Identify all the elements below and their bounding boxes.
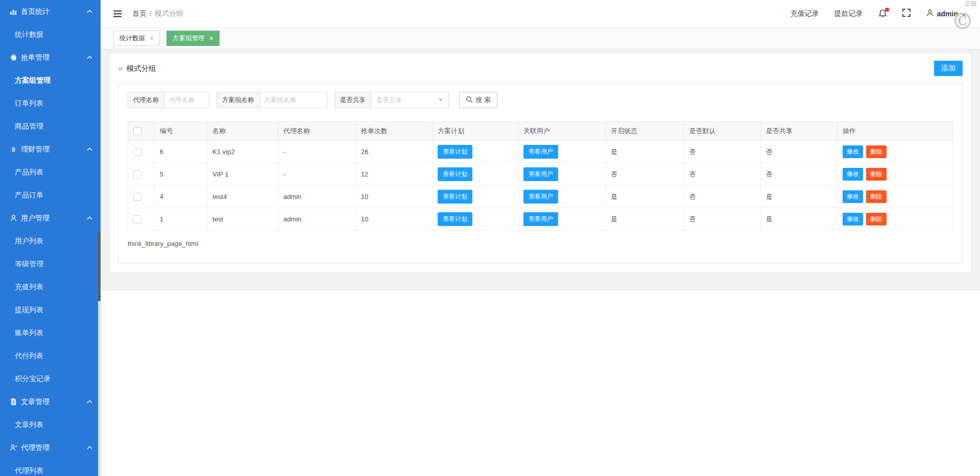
delete-button[interactable]: 删除: [866, 168, 887, 181]
filter-bar: 代理名称 方案组名称 是否共享 是否共享: [128, 92, 953, 108]
sidebar-toggle-icon[interactable]: [113, 10, 122, 18]
sidebar-item-代理列表[interactable]: 代理列表: [0, 459, 101, 476]
sidebar-item-商品管理[interactable]: 商品管理: [0, 115, 101, 138]
delete-button[interactable]: 删除: [866, 145, 887, 158]
sidebar-item-产品订单[interactable]: 产品订单: [0, 184, 101, 207]
cell-agent: -: [278, 141, 355, 163]
column-header-关联用户: 关联用户: [518, 122, 605, 141]
sidebar-item-积分宝记录[interactable]: 积分宝记录: [0, 367, 101, 390]
notification-bell-icon[interactable]: [878, 9, 887, 18]
select-all-checkbox[interactable]: [133, 127, 141, 135]
sidebar-item-label: 提现列表: [15, 306, 43, 315]
sidebar-item-用户列表[interactable]: 用户列表: [0, 230, 101, 253]
sidebar-item-产品列表[interactable]: 产品列表: [0, 161, 101, 184]
sidebar-item-label: 产品订单: [15, 191, 43, 200]
sidebar-item-label: 文章管理: [21, 397, 50, 407]
cell-share: 是: [760, 186, 837, 208]
delete-button[interactable]: 删除: [866, 213, 887, 226]
chevron-up-icon: [87, 446, 92, 449]
sidebar-item-抢单管理[interactable]: 抢单管理: [0, 46, 101, 69]
edit-button[interactable]: 修改: [843, 168, 863, 181]
sidebar-item-充值列表[interactable]: 充值列表: [0, 275, 101, 298]
column-header-方案计划: 方案计划: [432, 122, 518, 141]
sidebar-item-文章管理[interactable]: 文章管理: [0, 390, 101, 413]
view-plan-button[interactable]: 查看计划: [438, 190, 472, 204]
user-avatar-icon: [926, 9, 934, 18]
edit-button[interactable]: 修改: [843, 145, 863, 158]
cell-name: test: [207, 208, 278, 231]
article-icon: [9, 398, 17, 406]
sidebar-item-label: 充值列表: [15, 283, 43, 292]
edit-button[interactable]: 修改: [843, 190, 863, 203]
cell-name: test4: [207, 186, 278, 208]
tab-方案组管理[interactable]: 方案组管理×: [166, 31, 220, 46]
cell-grab-count: 26: [355, 141, 432, 163]
breadcrumb: 首页 / 模式分组: [132, 9, 183, 18]
share-select[interactable]: 是否共享: [371, 92, 449, 108]
cell-id: 6: [154, 141, 207, 163]
sidebar-item-订单列表[interactable]: 订单列表: [0, 92, 101, 115]
row-checkbox[interactable]: [133, 148, 141, 156]
tab-统计数据[interactable]: 统计数据×: [113, 31, 160, 46]
view-plan-button[interactable]: 查看计划: [438, 145, 472, 159]
view-users-button[interactable]: 查看用户: [523, 212, 558, 226]
view-plan-button[interactable]: 查看计划: [438, 212, 472, 226]
sidebar-item-理财管理[interactable]: ฿理财管理: [0, 138, 101, 161]
withdraw-records-link[interactable]: 提款记录: [834, 9, 863, 18]
view-plan-button[interactable]: 查看计划: [438, 167, 472, 181]
cell-grab-count: 10: [355, 208, 432, 231]
row-checkbox[interactable]: [133, 170, 141, 179]
cell-share: 否: [760, 141, 837, 163]
row-checkbox[interactable]: [133, 193, 141, 201]
breadcrumb-current: 模式分组: [155, 9, 183, 18]
content-area: » 模式分组 添加 代理名称 方案组名称: [101, 49, 980, 290]
agent-name-input[interactable]: [164, 92, 209, 108]
sidebar-item-提现列表[interactable]: 提现列表: [0, 298, 101, 321]
mode-group-table: 编号名称代理名称抢单次数方案计划关联用户开启状态是否默认是否共享操作6K1 vi…: [128, 121, 953, 231]
view-users-button[interactable]: 查看用户: [523, 167, 558, 181]
sidebar-item-首页统计[interactable]: 首页统计: [0, 0, 101, 23]
sidebar-item-代付列表[interactable]: 代付列表: [0, 344, 101, 367]
cell-actions: 修改删除: [837, 208, 952, 231]
breadcrumb-home[interactable]: 首页: [132, 9, 147, 18]
fullscreen-icon[interactable]: [902, 9, 911, 18]
view-users-button[interactable]: 查看用户: [523, 190, 558, 204]
row-select-cell: [128, 208, 155, 231]
sidebar-item-代理管理[interactable]: 代理管理: [0, 436, 101, 459]
column-header-开启状态: 开启状态: [606, 122, 684, 141]
grab-icon: [9, 54, 17, 62]
sidebar-item-用户管理[interactable]: 用户管理: [0, 207, 101, 230]
select-all-cell: [128, 122, 155, 141]
cell-agent: admin: [278, 186, 355, 208]
recharge-records-link[interactable]: 充值记录: [791, 9, 819, 18]
sidebar-item-label: 账单列表: [15, 329, 43, 338]
edit-button[interactable]: 修改: [843, 213, 863, 226]
cell-grab-count: 10: [355, 186, 432, 208]
sidebar-item-账单列表[interactable]: 账单列表: [0, 321, 101, 344]
page-title: 模式分组: [126, 64, 156, 73]
view-users-button[interactable]: 查看用户: [523, 145, 558, 159]
agent-icon: [9, 444, 17, 452]
column-header-是否默认: 是否默认: [684, 122, 760, 141]
delete-button[interactable]: 删除: [866, 190, 887, 203]
sidebar-item-文章列表[interactable]: 文章列表: [0, 413, 101, 436]
sidebar-item-等级管理[interactable]: 等级管理: [0, 253, 101, 275]
sidebar-item-统计数据[interactable]: 统计数据: [0, 23, 101, 46]
page-bottom-filler: [101, 290, 980, 476]
add-button[interactable]: 添加: [934, 61, 963, 76]
chart-icon: [9, 8, 17, 16]
row-checkbox[interactable]: [133, 215, 141, 223]
search-button[interactable]: 搜 索: [459, 92, 498, 108]
column-header-名称: 名称: [207, 122, 278, 141]
group-name-input[interactable]: [260, 92, 327, 108]
sidebar-item-label: 积分宝记录: [15, 374, 51, 384]
cell-default: 否: [684, 186, 760, 208]
sidebar-item-label: 用户列表: [15, 237, 43, 246]
tab-close-icon[interactable]: ×: [150, 35, 154, 42]
cell-id: 1: [154, 208, 207, 231]
table-row: 6K1 vip2-26查看计划查看用户是否否修改删除: [128, 141, 953, 163]
sidebar-item-方案组管理[interactable]: 方案组管理: [0, 69, 101, 92]
finance-icon: ฿: [9, 145, 17, 154]
tab-close-icon[interactable]: ×: [209, 35, 213, 42]
cell-actions: 修改删除: [837, 186, 952, 208]
